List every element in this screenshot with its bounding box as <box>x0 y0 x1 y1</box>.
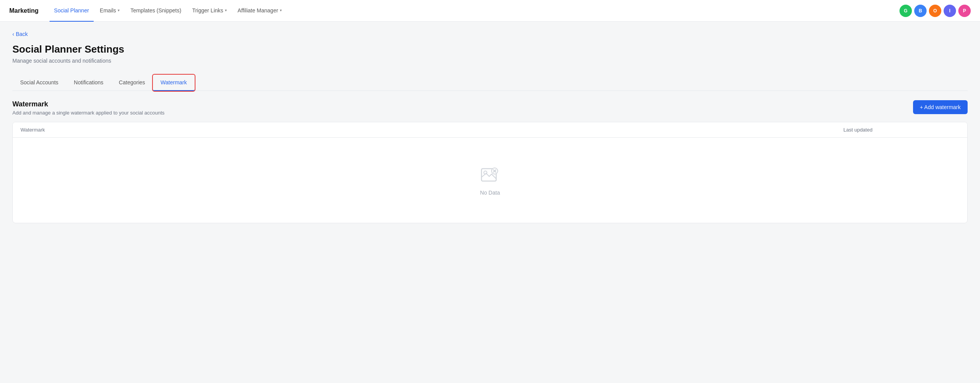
column-last-updated: Last updated <box>843 127 959 133</box>
watermark-section-header: Watermark Add and manage a single waterm… <box>12 100 968 116</box>
avatar-3[interactable]: O <box>929 5 941 17</box>
trigger-links-chevron-icon: ▾ <box>225 8 227 12</box>
table-header-row: Watermark Last updated <box>13 122 967 138</box>
page-title: Social Planner Settings <box>12 43 968 55</box>
no-data-icon <box>479 165 501 186</box>
nav-item-emails[interactable]: Emails ▾ <box>95 0 124 22</box>
avatar-5[interactable]: P <box>958 5 971 17</box>
no-data-text: No Data <box>480 190 500 196</box>
tab-watermark[interactable]: Watermark <box>153 75 195 91</box>
nav-item-affiliate-manager[interactable]: Affiliate Manager ▾ <box>233 0 286 22</box>
brand-label: Marketing <box>9 7 39 14</box>
table-body: No Data <box>13 138 967 223</box>
avatar-4[interactable]: I <box>944 5 956 17</box>
column-watermark: Watermark <box>21 127 843 133</box>
affiliate-manager-chevron-icon: ▾ <box>280 8 282 12</box>
watermark-title-area: Watermark Add and manage a single waterm… <box>12 100 164 116</box>
settings-tabs: Social Accounts Notifications Categories… <box>12 75 968 91</box>
tab-social-accounts[interactable]: Social Accounts <box>12 75 66 91</box>
avatar-1[interactable]: G <box>899 5 912 17</box>
back-chevron-icon: ‹ <box>12 31 14 37</box>
nav-item-trigger-links[interactable]: Trigger Links ▾ <box>187 0 231 22</box>
watermark-description: Add and manage a single watermark applie… <box>12 110 164 116</box>
watermark-table: Watermark Last updated No Data <box>12 122 968 223</box>
add-watermark-button[interactable]: + Add watermark <box>913 100 968 114</box>
tab-categories[interactable]: Categories <box>111 75 153 91</box>
watermark-title: Watermark <box>12 100 164 108</box>
avatar-2[interactable]: B <box>914 5 927 17</box>
nav-item-templates[interactable]: Templates (Snippets) <box>126 0 186 22</box>
nav-item-social-planner[interactable]: Social Planner <box>50 0 94 22</box>
back-link[interactable]: ‹ Back <box>12 31 28 37</box>
tab-notifications[interactable]: Notifications <box>66 75 111 91</box>
nav-items: Social Planner Emails ▾ Templates (Snipp… <box>50 0 899 22</box>
page-subtitle: Manage social accounts and notifications <box>12 58 968 64</box>
user-avatars: G B O I P <box>899 5 971 17</box>
top-navigation: Marketing Social Planner Emails ▾ Templa… <box>0 0 980 22</box>
emails-chevron-icon: ▾ <box>118 8 120 12</box>
page-content: ‹ Back Social Planner Settings Manage so… <box>0 22 980 233</box>
